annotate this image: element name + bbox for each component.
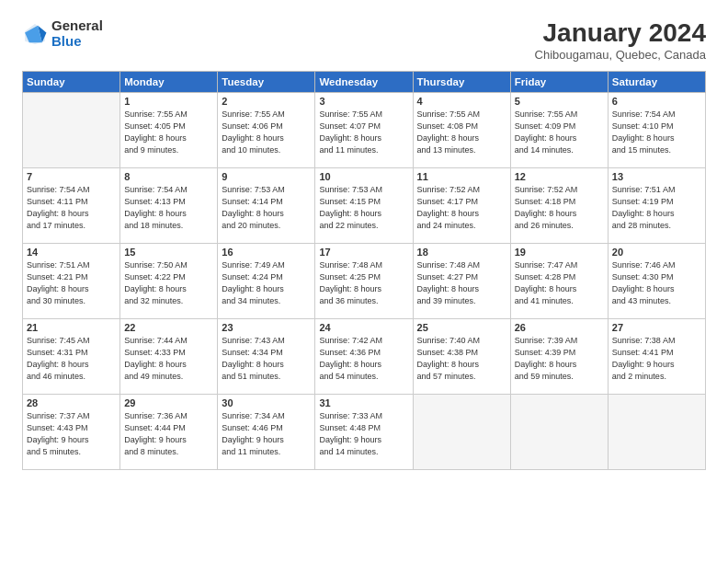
calendar-day: 29Sunrise: 7:36 AMSunset: 4:44 PMDayligh… bbox=[120, 395, 218, 470]
month-title: January 2024 bbox=[535, 18, 706, 48]
calendar-day: 9Sunrise: 7:53 AMSunset: 4:14 PMDaylight… bbox=[218, 168, 315, 244]
day-number: 26 bbox=[515, 322, 604, 333]
day-number: 15 bbox=[124, 247, 213, 258]
calendar-day: 10Sunrise: 7:53 AMSunset: 4:15 PMDayligh… bbox=[315, 168, 413, 244]
day-number: 5 bbox=[515, 96, 604, 107]
day-info: Sunrise: 7:55 AMSunset: 4:09 PMDaylight:… bbox=[515, 109, 604, 156]
calendar-day: 12Sunrise: 7:52 AMSunset: 4:18 PMDayligh… bbox=[510, 168, 608, 244]
day-number: 24 bbox=[319, 322, 408, 333]
calendar-day: 16Sunrise: 7:49 AMSunset: 4:24 PMDayligh… bbox=[218, 244, 315, 319]
title-block: January 2024 Chibougamau, Quebec, Canada bbox=[535, 18, 706, 62]
weekday-header-friday: Friday bbox=[510, 72, 608, 93]
day-number: 19 bbox=[515, 247, 604, 258]
calendar-day: 24Sunrise: 7:42 AMSunset: 4:36 PMDayligh… bbox=[315, 319, 413, 395]
calendar-day: 7Sunrise: 7:54 AMSunset: 4:11 PMDaylight… bbox=[23, 168, 120, 244]
calendar-day: 21Sunrise: 7:45 AMSunset: 4:31 PMDayligh… bbox=[23, 319, 120, 395]
day-info: Sunrise: 7:52 AMSunset: 4:18 PMDaylight:… bbox=[515, 184, 604, 232]
day-info: Sunrise: 7:47 AMSunset: 4:28 PMDaylight:… bbox=[515, 259, 604, 307]
calendar-day: 17Sunrise: 7:48 AMSunset: 4:25 PMDayligh… bbox=[315, 244, 413, 319]
logo-blue: Blue bbox=[51, 33, 82, 49]
logo-general: General bbox=[51, 17, 103, 33]
weekday-header-tuesday: Tuesday bbox=[218, 72, 315, 93]
calendar-day: 14Sunrise: 7:51 AMSunset: 4:21 PMDayligh… bbox=[23, 244, 120, 319]
calendar-day: 11Sunrise: 7:52 AMSunset: 4:17 PMDayligh… bbox=[413, 168, 510, 244]
day-number: 11 bbox=[417, 171, 506, 182]
calendar-day: 27Sunrise: 7:38 AMSunset: 4:41 PMDayligh… bbox=[608, 319, 705, 395]
weekday-header-saturday: Saturday bbox=[608, 72, 705, 93]
calendar-day bbox=[413, 395, 510, 470]
day-info: Sunrise: 7:53 AMSunset: 4:14 PMDaylight:… bbox=[222, 184, 311, 232]
calendar-day bbox=[608, 395, 705, 470]
weekday-header-thursday: Thursday bbox=[413, 72, 510, 93]
day-number: 6 bbox=[612, 96, 701, 107]
day-info: Sunrise: 7:54 AMSunset: 4:11 PMDaylight:… bbox=[27, 184, 116, 232]
logo: General Blue bbox=[22, 18, 103, 49]
calendar-day: 25Sunrise: 7:40 AMSunset: 4:38 PMDayligh… bbox=[413, 319, 510, 395]
calendar-day: 13Sunrise: 7:51 AMSunset: 4:19 PMDayligh… bbox=[608, 168, 705, 244]
page: General Blue January 2024 Chibougamau, Q… bbox=[0, 0, 728, 563]
day-info: Sunrise: 7:37 AMSunset: 4:43 PMDaylight:… bbox=[27, 410, 116, 458]
day-info: Sunrise: 7:36 AMSunset: 4:44 PMDaylight:… bbox=[124, 410, 213, 458]
day-info: Sunrise: 7:55 AMSunset: 4:08 PMDaylight:… bbox=[417, 109, 506, 156]
calendar-day: 4Sunrise: 7:55 AMSunset: 4:08 PMDaylight… bbox=[413, 93, 510, 168]
day-number: 8 bbox=[124, 171, 213, 182]
day-number: 10 bbox=[319, 171, 408, 182]
weekday-header-monday: Monday bbox=[120, 72, 218, 93]
calendar-week-1: 1Sunrise: 7:55 AMSunset: 4:05 PMDaylight… bbox=[23, 93, 706, 168]
day-number: 4 bbox=[417, 96, 506, 107]
calendar-day: 26Sunrise: 7:39 AMSunset: 4:39 PMDayligh… bbox=[510, 319, 608, 395]
day-number: 27 bbox=[612, 322, 701, 333]
day-number: 9 bbox=[222, 171, 311, 182]
header: General Blue January 2024 Chibougamau, Q… bbox=[22, 18, 706, 62]
day-number: 3 bbox=[319, 96, 408, 107]
day-info: Sunrise: 7:55 AMSunset: 4:06 PMDaylight:… bbox=[222, 109, 311, 156]
day-info: Sunrise: 7:45 AMSunset: 4:31 PMDaylight:… bbox=[27, 335, 116, 383]
day-number: 12 bbox=[515, 171, 604, 182]
calendar-day: 23Sunrise: 7:43 AMSunset: 4:34 PMDayligh… bbox=[218, 319, 315, 395]
weekday-header-row: SundayMondayTuesdayWednesdayThursdayFrid… bbox=[23, 72, 706, 93]
day-info: Sunrise: 7:48 AMSunset: 4:25 PMDaylight:… bbox=[319, 259, 408, 307]
day-number: 17 bbox=[319, 247, 408, 258]
calendar-day: 30Sunrise: 7:34 AMSunset: 4:46 PMDayligh… bbox=[218, 395, 315, 470]
calendar-day: 15Sunrise: 7:50 AMSunset: 4:22 PMDayligh… bbox=[120, 244, 218, 319]
day-number: 7 bbox=[27, 171, 116, 182]
calendar-table: SundayMondayTuesdayWednesdayThursdayFrid… bbox=[22, 71, 706, 470]
day-info: Sunrise: 7:33 AMSunset: 4:48 PMDaylight:… bbox=[319, 410, 408, 458]
day-info: Sunrise: 7:52 AMSunset: 4:17 PMDaylight:… bbox=[417, 184, 506, 232]
calendar-day: 22Sunrise: 7:44 AMSunset: 4:33 PMDayligh… bbox=[120, 319, 218, 395]
day-info: Sunrise: 7:49 AMSunset: 4:24 PMDaylight:… bbox=[222, 259, 311, 307]
day-info: Sunrise: 7:46 AMSunset: 4:30 PMDaylight:… bbox=[612, 259, 701, 307]
day-info: Sunrise: 7:55 AMSunset: 4:05 PMDaylight:… bbox=[124, 109, 213, 156]
calendar-week-5: 28Sunrise: 7:37 AMSunset: 4:43 PMDayligh… bbox=[23, 395, 706, 470]
day-info: Sunrise: 7:51 AMSunset: 4:19 PMDaylight:… bbox=[612, 184, 701, 232]
calendar-day bbox=[23, 93, 120, 168]
day-number: 14 bbox=[27, 247, 116, 258]
calendar-week-4: 21Sunrise: 7:45 AMSunset: 4:31 PMDayligh… bbox=[23, 319, 706, 395]
calendar-day: 31Sunrise: 7:33 AMSunset: 4:48 PMDayligh… bbox=[315, 395, 413, 470]
day-info: Sunrise: 7:54 AMSunset: 4:13 PMDaylight:… bbox=[124, 184, 213, 232]
day-number: 20 bbox=[612, 247, 701, 258]
day-number: 23 bbox=[222, 322, 311, 333]
weekday-header-sunday: Sunday bbox=[23, 72, 120, 93]
day-number: 28 bbox=[27, 397, 116, 408]
day-info: Sunrise: 7:55 AMSunset: 4:07 PMDaylight:… bbox=[319, 109, 408, 156]
logo-icon bbox=[22, 21, 48, 47]
calendar-day: 19Sunrise: 7:47 AMSunset: 4:28 PMDayligh… bbox=[510, 244, 608, 319]
day-number: 2 bbox=[222, 96, 311, 107]
day-info: Sunrise: 7:39 AMSunset: 4:39 PMDaylight:… bbox=[515, 335, 604, 383]
calendar-week-2: 7Sunrise: 7:54 AMSunset: 4:11 PMDaylight… bbox=[23, 168, 706, 244]
day-info: Sunrise: 7:48 AMSunset: 4:27 PMDaylight:… bbox=[417, 259, 506, 307]
calendar-day: 6Sunrise: 7:54 AMSunset: 4:10 PMDaylight… bbox=[608, 93, 705, 168]
calendar-day: 3Sunrise: 7:55 AMSunset: 4:07 PMDaylight… bbox=[315, 93, 413, 168]
day-number: 18 bbox=[417, 247, 506, 258]
day-info: Sunrise: 7:50 AMSunset: 4:22 PMDaylight:… bbox=[124, 259, 213, 307]
calendar-week-3: 14Sunrise: 7:51 AMSunset: 4:21 PMDayligh… bbox=[23, 244, 706, 319]
day-number: 13 bbox=[612, 171, 701, 182]
calendar-day: 20Sunrise: 7:46 AMSunset: 4:30 PMDayligh… bbox=[608, 244, 705, 319]
location-subtitle: Chibougamau, Quebec, Canada bbox=[535, 48, 706, 62]
day-info: Sunrise: 7:51 AMSunset: 4:21 PMDaylight:… bbox=[27, 259, 116, 307]
day-info: Sunrise: 7:34 AMSunset: 4:46 PMDaylight:… bbox=[222, 410, 311, 458]
day-info: Sunrise: 7:40 AMSunset: 4:38 PMDaylight:… bbox=[417, 335, 506, 383]
calendar-day: 5Sunrise: 7:55 AMSunset: 4:09 PMDaylight… bbox=[510, 93, 608, 168]
day-number: 22 bbox=[124, 322, 213, 333]
